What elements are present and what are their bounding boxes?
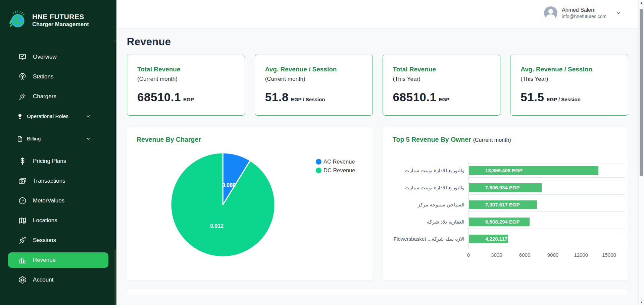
stat-value: 68510.1 (393, 90, 437, 104)
scroll-down-arrow-icon[interactable]: ▼ (639, 300, 644, 305)
legend-dot-dc (316, 168, 321, 173)
x-axis-tick: 3000 (491, 252, 502, 258)
bar-chart: والتوزيع للادارة بوينت ستارت والتوزيع لل… (383, 127, 628, 281)
banknote-icon (18, 177, 27, 185)
chevron-down-icon (86, 136, 91, 141)
connector-icon (18, 236, 27, 244)
legend-item-dc[interactable]: DC Revenue (316, 167, 355, 174)
page-title: Revenue (127, 36, 628, 48)
sidebar-item-metervalues[interactable]: MeterValues (8, 193, 108, 208)
pie-label-dc: 0.912 (210, 223, 224, 229)
user-email: info@hnefutures.com (562, 14, 606, 19)
topbar: Ahmed Salem info@hnefutures.com (116, 0, 644, 28)
sidebar-item-operational-roles[interactable]: Operational Roles (8, 109, 108, 124)
bar[interactable]: 7,806.934 EGP (468, 183, 542, 192)
sidebar-item-revenue[interactable]: Revenue (8, 252, 108, 268)
sidebar-nav: Overview Stations Chargers (0, 40, 116, 288)
plug-icon (18, 93, 27, 101)
stat-value: 51.5 (521, 90, 544, 104)
stat-card-avg-revenue-month: Avg. Revenue / Session (Current month) 5… (255, 55, 373, 116)
stat-unit: EGP / Session (291, 97, 325, 102)
globe-stand-icon (17, 113, 23, 120)
x-axis-tick: 15000 (602, 252, 616, 258)
sidebar-scrollbar-thumb[interactable] (114, 42, 116, 250)
bar[interactable]: 4,220.117 EGP (468, 235, 508, 243)
bar-band: 7,307.617 EGP (468, 198, 625, 212)
bar-band: 7,806.934 EGP (468, 181, 625, 195)
x-axis-tick: 6000 (519, 252, 530, 258)
gear-icon (18, 276, 27, 284)
stat-value: 68510.1 (137, 90, 181, 104)
sidebar: HNE FUTURES Charger Management Overview … (0, 0, 116, 305)
bar-category-label: الازه سلة شركة... Flowersbasket (383, 236, 464, 242)
sidebar-item-pricing-plans[interactable]: Pricing Plans (8, 154, 108, 169)
bar-category-label: العقاريه بلاد شركه (383, 219, 464, 225)
sidebar-item-stations[interactable]: Stations (8, 69, 108, 84)
user-menu[interactable]: Ahmed Salem info@hnefutures.com (542, 4, 629, 24)
sidebar-item-account[interactable]: Account (8, 272, 108, 288)
brand: HNE FUTURES Charger Management (0, 0, 116, 40)
x-axis-tick: 0 (467, 252, 470, 258)
x-axis-line (468, 162, 469, 248)
sidebar-item-locations[interactable]: Locations (8, 213, 108, 228)
monitor-chart-icon (18, 53, 27, 61)
brand-subtitle: Charger Management (32, 21, 89, 27)
bar-category-label: والتوزيع للادارة بوينت ستارت (383, 184, 464, 191)
stat-card-total-revenue-month: Total Revenue (Current month) 68510.1 EG… (127, 55, 245, 116)
revenue-by-charger-card: Revenue By Charger 0.088 0.912 AC Revenu… (127, 127, 373, 281)
stat-unit: EGP (183, 97, 194, 102)
legend-item-ac[interactable]: AC Revenue (316, 159, 355, 165)
bar[interactable]: 7,307.617 EGP (468, 200, 537, 209)
sidebar-scrollbar[interactable] (114, 41, 116, 305)
main-content: Revenue Total Revenue (Current month) 68… (116, 28, 638, 305)
chevron-down-icon (86, 114, 91, 119)
bar-band: 13,859.408 EGP (468, 164, 625, 178)
chevron-down-icon (615, 10, 622, 16)
pie-chart-title: Revenue By Charger (137, 136, 201, 143)
legend-dot-ac (316, 159, 321, 165)
user-avatar-icon (544, 6, 557, 20)
bar[interactable]: 13,859.408 EGP (468, 166, 598, 175)
bar[interactable]: 6,508.294 EGP (468, 218, 530, 226)
stat-cards: Total Revenue (Current month) 68510.1 EG… (127, 55, 628, 116)
page-scrollbar[interactable]: ▲ ▼ (638, 0, 644, 305)
stat-value: 51.8 (265, 90, 289, 104)
next-card-top-edge (127, 289, 628, 295)
page-scrollbar-thumb[interactable] (640, 9, 643, 176)
x-axis-tick: 12000 (574, 252, 588, 258)
top5-revenue-by-owner-card: Top 5 Revenue By Owner(Current month) وا… (383, 127, 628, 281)
sidebar-item-sessions[interactable]: Sessions (8, 233, 108, 248)
scroll-up-arrow-icon[interactable]: ▲ (639, 0, 644, 5)
sidebar-item-transactions[interactable]: Transactions (8, 173, 108, 189)
brand-name: HNE FUTURES (32, 12, 89, 21)
map-pin-icon (18, 217, 27, 225)
document-icon (17, 136, 23, 142)
user-name: Ahmed Salem (562, 7, 606, 13)
pie-chart: 0.088 0.912 (169, 151, 277, 258)
gauge-icon (18, 197, 27, 205)
bar-band: 6,508.294 EGP (468, 215, 625, 229)
bar-band: 4,220.117 EGP (468, 232, 625, 246)
antenna-icon (18, 73, 27, 81)
sidebar-item-billing[interactable]: Billing (8, 131, 108, 146)
brand-logo-globe-leaf-icon (7, 10, 28, 30)
stat-unit: EGP / Session (546, 97, 580, 102)
x-axis-tick: 9000 (547, 252, 558, 258)
pie-slice-dc[interactable] (171, 153, 275, 257)
sidebar-item-chargers[interactable]: Chargers (8, 89, 108, 104)
pie-label-ac: 0.088 (222, 182, 236, 188)
bar-category-label: السياحي سموحة مركز (383, 201, 464, 208)
stat-unit: EGP (439, 97, 450, 102)
sidebar-item-overview[interactable]: Overview (8, 49, 108, 65)
dollar-icon (18, 157, 27, 165)
stat-card-avg-revenue-year: Avg. Revenue / Session (This Year) 51.5 … (510, 55, 628, 116)
stat-card-total-revenue-year: Total Revenue (This Year) 68510.1 EGP (383, 55, 501, 116)
pie-legend: AC Revenue DC Revenue (316, 159, 355, 174)
bar-chart-icon (18, 256, 27, 264)
bar-category-label: والتوزيع للادارة بوينت ستارت (383, 167, 464, 174)
